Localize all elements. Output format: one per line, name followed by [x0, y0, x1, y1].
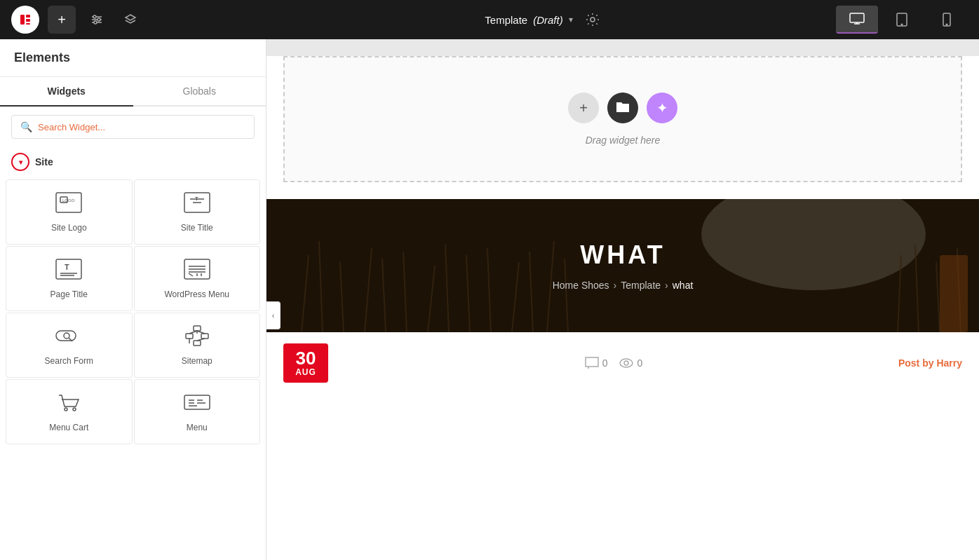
sidebar: Elements Widgets Globals 🔍 ▾ Site LOGO S… [0, 39, 266, 560]
svg-line-46 [197, 339, 205, 341]
search-input-wrap: 🔍 [11, 115, 255, 139]
svg-point-81 [624, 361, 628, 365]
page-title-topbar: Template [485, 14, 527, 26]
svg-line-48 [197, 331, 205, 334]
tab-widgets[interactable]: Widgets [0, 77, 133, 107]
svg-point-8 [97, 18, 100, 21]
svg-point-18 [946, 24, 947, 25]
date-day: 30 [293, 349, 318, 367]
svg-text:T: T [195, 196, 198, 202]
settings-button[interactable] [579, 6, 607, 34]
widget-menu[interactable]: Menu [134, 379, 261, 444]
add-section-icon: + [579, 100, 588, 116]
svg-point-11 [590, 18, 595, 22]
widget-site-logo[interactable]: LOGO Site Logo [6, 179, 133, 245]
widget-wordpress-menu[interactable]: WordPress Menu [134, 246, 261, 311]
topbar-left: + [0, 6, 266, 34]
svg-rect-40 [194, 326, 201, 331]
svg-point-50 [73, 408, 76, 411]
widget-sitemap-label: Sitemap [182, 356, 212, 366]
menu-icon [183, 391, 211, 417]
svg-point-16 [901, 24, 903, 25]
svg-rect-37 [56, 331, 76, 341]
svg-line-34 [189, 273, 193, 276]
widget-page-title[interactable]: T Page Title [6, 246, 133, 311]
breadcrumb-home[interactable]: Home Shoes [553, 280, 609, 291]
widget-site-logo-label: Site Logo [51, 223, 87, 233]
views-count: 0 [619, 357, 642, 369]
widget-site-title[interactable]: T Site Title [134, 179, 261, 245]
search-widget-input[interactable] [38, 122, 245, 132]
desktop-view-button[interactable] [836, 6, 878, 34]
widget-search-form[interactable]: Search Form [6, 313, 133, 378]
template-library-button[interactable] [607, 93, 638, 123]
canvas: + ✦ Drag widget here [266, 39, 979, 560]
comments-count: 0 [584, 356, 608, 370]
meta-icons: 0 0 [584, 356, 643, 370]
widgets-grid: LOGO Site Logo T Site Title T [0, 179, 266, 444]
drag-widget-text: Drag widget here [586, 135, 661, 146]
post-by-label: Post by [898, 357, 934, 369]
topbar: + Template (Draft) ▾ [0, 0, 979, 39]
topbar-right [825, 6, 979, 34]
hero-section: WHAT Home Shoes › Template › what [266, 199, 979, 332]
site-section-toggle[interactable]: ▾ Site [0, 147, 266, 179]
breadcrumb: Home Shoes › Template › what [553, 280, 694, 291]
widget-page-title-label: Page Title [50, 289, 88, 299]
search-bar: 🔍 [0, 107, 266, 147]
add-element-button[interactable]: + [48, 6, 76, 34]
menu-cart-icon [55, 391, 83, 417]
drop-zone: + ✦ Drag widget here [283, 56, 962, 182]
site-section-label: Site [35, 156, 53, 168]
author-name: Harry [936, 357, 962, 369]
widget-wordpress-menu-label: WordPress Menu [165, 289, 229, 299]
widget-menu-cart-label: Menu Cart [49, 423, 88, 432]
breadcrumb-current: what [673, 280, 694, 291]
search-icon: 🔍 [20, 121, 32, 132]
collapse-sidebar-button[interactable]: ‹ [266, 301, 281, 329]
widget-menu-cart[interactable]: Menu Cart [6, 379, 133, 444]
add-section-button[interactable]: + [568, 93, 599, 123]
svg-text:T: T [65, 263, 69, 271]
sitemap-icon [183, 325, 211, 350]
tab-globals[interactable]: Globals [133, 77, 266, 105]
svg-rect-12 [850, 13, 864, 22]
tablet-view-button[interactable] [881, 6, 923, 34]
sliders-icon-button[interactable] [84, 7, 109, 32]
page-title-icon: T [55, 258, 83, 284]
sidebar-tabs: Widgets Globals [0, 77, 266, 107]
widget-search-form-label: Search Form [45, 356, 93, 366]
site-logo-icon: LOGO [55, 191, 83, 217]
magic-icon: ✦ [656, 100, 668, 116]
elementor-logo-button[interactable] [11, 6, 39, 34]
drop-zone-buttons: + ✦ [568, 93, 677, 123]
wordpress-menu-icon [183, 258, 211, 284]
comments-icon [584, 356, 600, 370]
svg-rect-3 [26, 23, 30, 25]
comments-number: 0 [602, 357, 608, 369]
breadcrumb-sep-2: › [665, 280, 668, 291]
widget-sitemap[interactable]: Sitemap [134, 313, 261, 378]
widget-menu-label: Menu [187, 423, 208, 432]
post-by: Post by Harry [898, 357, 962, 369]
layers-icon-button[interactable] [118, 7, 143, 32]
draft-label: (Draft) [533, 14, 563, 26]
site-section-icon: ▾ [11, 153, 29, 171]
svg-rect-2 [26, 19, 30, 22]
sidebar-title: Elements [0, 39, 266, 77]
breadcrumb-sep-1: › [614, 280, 617, 291]
views-icon [619, 357, 634, 369]
svg-rect-1 [26, 15, 30, 18]
ai-builder-button[interactable]: ✦ [647, 93, 677, 123]
svg-line-47 [189, 331, 197, 334]
draft-chevron-icon: ▾ [569, 15, 573, 25]
widget-site-title-label: Site Title [181, 223, 213, 233]
svg-point-38 [64, 333, 69, 339]
mobile-view-button[interactable] [926, 6, 968, 34]
svg-text:LOGO: LOGO [62, 198, 75, 203]
breadcrumb-template[interactable]: Template [621, 280, 661, 291]
site-title-icon: T [183, 191, 211, 217]
topbar-center: Template (Draft) ▾ [266, 6, 825, 34]
svg-point-9 [94, 21, 97, 24]
svg-rect-51 [184, 395, 210, 409]
